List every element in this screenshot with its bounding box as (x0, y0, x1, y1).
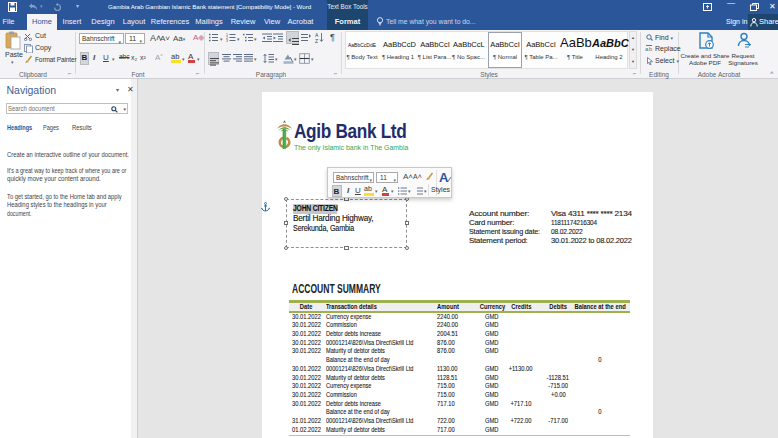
svg-text:b: b (649, 46, 653, 52)
svg-text:Z: Z (315, 38, 318, 44)
svg-text:3: 3 (226, 39, 228, 42)
